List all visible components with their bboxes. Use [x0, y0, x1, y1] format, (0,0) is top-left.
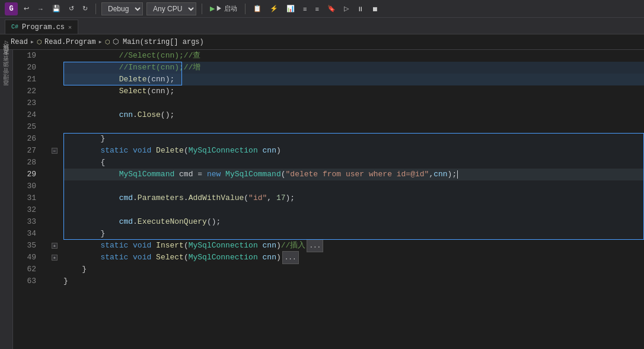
code-line-30[interactable]	[63, 180, 644, 192]
code-line-21[interactable]: Delete(cnn);	[63, 74, 644, 85]
start-button[interactable]: ▶ ▶ 启动	[208, 3, 240, 14]
code-35-collapsed[interactable]: ...	[307, 239, 323, 252]
tab-bar: C# Program.cs ✕	[0, 18, 644, 34]
gutter-34	[46, 228, 63, 240]
code-31-close: );	[286, 192, 295, 204]
separator3	[245, 4, 246, 14]
left-toolbar-item-4[interactable]: 源	[1, 70, 12, 75]
code-line-34[interactable]: }	[63, 228, 644, 240]
code-49-cnn: cnn	[263, 252, 276, 264]
toolbar-btn-3[interactable]: 📊	[284, 4, 297, 14]
code-31-str: "id"	[248, 192, 267, 204]
code-35-sp1	[128, 240, 133, 252]
gutter-27: −	[46, 145, 63, 157]
gutter-22	[46, 85, 63, 97]
code-27-type: MySqlConnection	[189, 145, 258, 157]
code-27-close: )	[276, 145, 281, 157]
toolbar-btn-4[interactable]: ≡	[301, 4, 309, 14]
debug-config-dropdown[interactable]: Debug	[101, 2, 143, 15]
code-24-semi: ();	[161, 109, 174, 121]
forward-button[interactable]: →	[35, 4, 46, 14]
gutter-30	[46, 180, 63, 192]
left-toolbar-item-1[interactable]: 解决	[1, 52, 12, 57]
toolbar-btn-8[interactable]: ⏸	[355, 4, 366, 14]
left-toolbar-item-3[interactable]: 资	[1, 64, 12, 69]
line-numbers: 19 20 21 22 23 24 25 26 27 28 29 30 31 3…	[13, 50, 46, 349]
code-line-20[interactable]: //Insert(cnn);//增	[63, 62, 644, 74]
left-toolbar-item-5[interactable]: 管	[1, 76, 12, 81]
breadcrumb-sep2: ▸	[98, 37, 103, 46]
left-toolbar-item-2[interactable]: 方案	[1, 58, 12, 63]
code-31-open: (	[244, 192, 248, 204]
code-line-25[interactable]	[63, 121, 644, 133]
code-20-text: //Insert(cnn);//增	[63, 62, 200, 74]
left-toolbar-item-6[interactable]: 理	[1, 82, 12, 87]
fold-btn-49[interactable]: +	[52, 255, 58, 261]
fold-btn-27[interactable]: −	[52, 148, 58, 154]
code-line-31[interactable]: cmd.Parameters.AddWithValue("id", 17);	[63, 192, 644, 204]
code-line-63[interactable]: }	[63, 275, 644, 287]
toolbar-btn-5[interactable]: ≡	[313, 4, 321, 14]
code-29-sp2	[221, 169, 225, 180]
line-num-27: 27	[13, 145, 41, 157]
code-line-19[interactable]: //Select(cnn);//查	[63, 50, 644, 62]
breadcrumb-read[interactable]: Read	[11, 38, 28, 46]
code-35-type: MySqlConnection	[189, 240, 258, 252]
code-line-35[interactable]: static void Insert(MySqlConnection cnn)/…	[63, 240, 644, 252]
code-29-close: );	[448, 169, 457, 180]
code-editor[interactable]: 19 20 21 22 23 24 25 26 27 28 29 30 31 3…	[13, 50, 644, 349]
code-line-62[interactable]: }	[63, 264, 644, 275]
line-num-22: 22	[13, 85, 41, 97]
code-31-add: AddWithValue	[189, 192, 244, 204]
cursor	[457, 170, 458, 179]
code-49-sp2	[151, 252, 156, 264]
code-21-paren: (cnn);	[146, 74, 174, 85]
toolbar-btn-6[interactable]: 🔖	[325, 4, 338, 14]
code-27-static: static	[100, 145, 128, 157]
code-line-24[interactable]: cnn.Close();	[63, 109, 644, 121]
undo-button[interactable]: ↺	[66, 4, 76, 14]
code-29-open: (	[281, 169, 286, 180]
code-31-comma: ,	[267, 192, 276, 204]
toolbar-btn-2[interactable]: ⚡	[267, 4, 280, 14]
code-line-27[interactable]: static void Delete(MySqlConnection cnn)	[63, 145, 644, 157]
code-29-comma: ,	[429, 169, 433, 180]
code-line-49[interactable]: static void Select(MySqlConnection cnn).…	[63, 252, 644, 264]
code-line-22[interactable]: Select(cnn);	[63, 85, 644, 97]
code-line-29[interactable]: MySqlCommand cmd = new MySqlCommand("del…	[63, 169, 644, 180]
line-num-32: 32	[13, 204, 41, 216]
toolbar-btn-7[interactable]: ▷	[342, 4, 351, 14]
code-line-33[interactable]: cmd.ExecuteNonQuery();	[63, 216, 644, 228]
code-line-26[interactable]: }	[63, 133, 644, 145]
code-34-brace: }	[63, 228, 105, 240]
vs-logo: G	[5, 2, 18, 15]
breadcrumb-icon: ▷	[5, 39, 8, 46]
code-33-exec: ExecuteNonQuery	[138, 216, 207, 228]
tab-program-cs[interactable]: C# Program.cs ✕	[5, 20, 78, 34]
toolbar-btn-1[interactable]: 📋	[251, 4, 264, 14]
save-button[interactable]: 💾	[50, 4, 63, 14]
separator1	[95, 4, 96, 14]
breadcrumb-namespace[interactable]: Read.Program	[44, 38, 95, 46]
redo-button[interactable]: ↻	[80, 4, 90, 14]
toolbar-btn-9[interactable]: ⏹	[369, 4, 381, 14]
code-line-23[interactable]	[63, 97, 644, 109]
code-line-32[interactable]	[63, 204, 644, 216]
code-line-28[interactable]: {	[63, 157, 644, 169]
cpu-platform-dropdown[interactable]: Any CPU	[146, 2, 196, 15]
breadcrumb-icon2: ⬡	[37, 39, 42, 46]
code-49-collapsed[interactable]: ...	[282, 251, 299, 264]
code-27-sp1	[128, 145, 133, 157]
line-num-62: 62	[13, 264, 41, 275]
code-22-indent	[63, 85, 119, 97]
left-toolbar-item-7[interactable]: 器	[1, 88, 12, 93]
code-29-type2: MySqlCommand	[225, 169, 281, 180]
back-button[interactable]: ↩	[21, 4, 31, 14]
line-num-33: 33	[13, 216, 41, 228]
breadcrumb-method[interactable]: ⬡ Main(string[] args)	[113, 37, 204, 46]
line-num-31: 31	[13, 192, 41, 204]
fold-btn-35[interactable]: +	[52, 243, 58, 249]
tab-close-button[interactable]: ✕	[68, 24, 72, 31]
gutter-26	[46, 133, 63, 145]
gutter-23	[46, 97, 63, 109]
